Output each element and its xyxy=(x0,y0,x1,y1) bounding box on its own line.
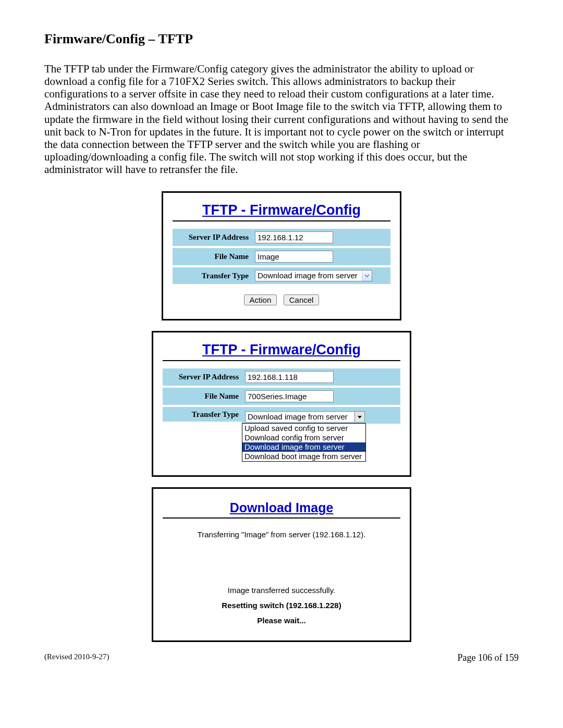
panel-title: TFTP - Firmware/Config xyxy=(173,200,390,221)
chevron-down-icon xyxy=(362,270,372,281)
label-server-ip: Server IP Address xyxy=(173,229,252,248)
dropdown-option[interactable]: Upload saved config to server xyxy=(242,424,365,433)
file-name-input[interactable] xyxy=(255,251,333,263)
intro-paragraph: The TFTP tab under the Firmware/Config c… xyxy=(44,63,519,176)
panel-title: TFTP - Firmware/Config xyxy=(163,340,400,361)
section-heading: Firmware/Config – TFTP xyxy=(44,31,519,47)
action-button[interactable]: Action xyxy=(244,294,277,305)
transfer-type-select[interactable]: Download image from server xyxy=(245,411,365,423)
tftp-panel-1: TFTP - Firmware/Config Server IP Address… xyxy=(162,191,401,320)
revision-date: (Revised 2010-9-27) xyxy=(44,652,109,663)
file-name-input[interactable] xyxy=(245,390,334,402)
page-number: Page 106 of 159 xyxy=(458,652,519,663)
transfer-type-select[interactable]: Download image from server xyxy=(255,270,372,281)
dropdown-option[interactable]: Download config from server xyxy=(242,433,365,442)
transfer-type-value: Download image from server xyxy=(255,270,362,281)
transfer-success-line: Image transferred successfully. xyxy=(163,586,400,595)
download-image-panel: Download Image Transferring "Image" from… xyxy=(152,487,411,642)
dropdown-option-selected[interactable]: Download image from server xyxy=(242,442,365,452)
reset-status-line: Resetting switch (192.168.1.228) xyxy=(163,601,400,610)
server-ip-input[interactable] xyxy=(255,231,333,243)
please-wait-line: Please wait... xyxy=(163,616,400,625)
transfer-status-line: Transferring "Image" from server (192.16… xyxy=(163,530,400,539)
page-footer: (Revised 2010-9-27) Page 106 of 159 xyxy=(44,652,519,663)
chevron-down-icon xyxy=(354,412,364,422)
svg-marker-0 xyxy=(358,416,362,418)
tftp-panel-2: TFTP - Firmware/Config Server IP Address… xyxy=(152,331,411,477)
server-ip-input[interactable] xyxy=(245,371,334,383)
label-transfer-type: Transfer Type xyxy=(173,267,252,286)
label-file-name: File Name xyxy=(163,388,242,407)
dropdown-option[interactable]: Download boot image from server xyxy=(242,452,365,461)
transfer-type-value: Download image from server xyxy=(246,412,354,422)
transfer-type-dropdown[interactable]: Upload saved config to server Download c… xyxy=(242,423,366,462)
label-server-ip: Server IP Address xyxy=(163,368,242,388)
panel-title: Download Image xyxy=(163,498,400,519)
cancel-button[interactable]: Cancel xyxy=(284,294,320,305)
label-transfer-type: Transfer Type xyxy=(163,407,242,424)
label-file-name: File Name xyxy=(173,248,252,267)
